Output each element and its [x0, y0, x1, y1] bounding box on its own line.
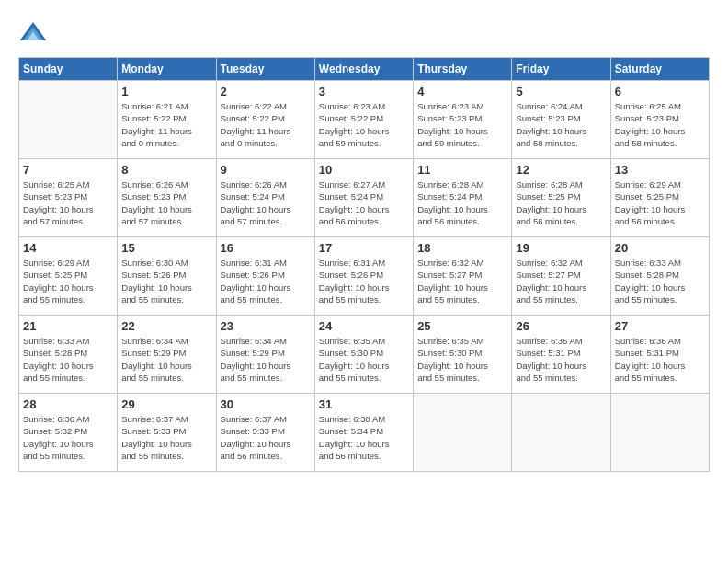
day-info: Sunrise: 6:33 AMSunset: 5:28 PMDaylight:…: [23, 335, 113, 384]
weekday-header-thursday: Thursday: [414, 58, 512, 81]
calendar-cell: 1Sunrise: 6:21 AMSunset: 5:22 PMDaylight…: [118, 81, 216, 159]
day-number: 9: [221, 163, 311, 177]
day-info: Sunrise: 6:26 AMSunset: 5:24 PMDaylight:…: [221, 178, 311, 227]
calendar-cell: 9Sunrise: 6:26 AMSunset: 5:24 PMDaylight…: [216, 159, 314, 237]
day-info: Sunrise: 6:36 AMSunset: 5:31 PMDaylight:…: [615, 335, 705, 384]
calendar-cell: 30Sunrise: 6:37 AMSunset: 5:33 PMDayligh…: [216, 394, 314, 472]
day-info: Sunrise: 6:23 AMSunset: 5:22 PMDaylight:…: [319, 100, 409, 149]
day-info: Sunrise: 6:21 AMSunset: 5:22 PMDaylight:…: [121, 100, 211, 149]
calendar-cell: 24Sunrise: 6:35 AMSunset: 5:30 PMDayligh…: [314, 316, 413, 394]
calendar-week-3: 14Sunrise: 6:29 AMSunset: 5:25 PMDayligh…: [19, 237, 710, 316]
calendar-cell: 4Sunrise: 6:23 AMSunset: 5:23 PMDaylight…: [414, 81, 512, 159]
weekday-header-wednesday: Wednesday: [314, 58, 413, 81]
day-number: 5: [516, 85, 606, 98]
day-info: Sunrise: 6:32 AMSunset: 5:27 PMDaylight:…: [516, 257, 606, 305]
day-number: 8: [121, 163, 211, 177]
calendar-cell: 10Sunrise: 6:27 AMSunset: 5:24 PMDayligh…: [314, 159, 413, 237]
day-number: 13: [615, 163, 705, 177]
day-number: 28: [23, 397, 113, 411]
day-number: 20: [615, 241, 705, 255]
day-number: 30: [221, 397, 311, 411]
calendar-week-5: 28Sunrise: 6:36 AMSunset: 5:32 PMDayligh…: [19, 394, 710, 472]
day-number: 29: [121, 397, 211, 411]
calendar-cell: 13Sunrise: 6:29 AMSunset: 5:25 PMDayligh…: [610, 159, 709, 237]
day-info: Sunrise: 6:25 AMSunset: 5:23 PMDaylight:…: [23, 178, 113, 227]
calendar-cell: 21Sunrise: 6:33 AMSunset: 5:28 PMDayligh…: [19, 316, 118, 394]
calendar-cell: [19, 81, 118, 159]
day-number: 11: [417, 163, 507, 177]
day-info: Sunrise: 6:26 AMSunset: 5:23 PMDaylight:…: [121, 178, 211, 227]
day-number: 3: [319, 85, 409, 98]
calendar-cell: 7Sunrise: 6:25 AMSunset: 5:23 PMDaylight…: [19, 159, 118, 237]
calendar-cell: 2Sunrise: 6:22 AMSunset: 5:22 PMDaylight…: [216, 81, 314, 159]
day-info: Sunrise: 6:23 AMSunset: 5:23 PMDaylight:…: [417, 100, 507, 149]
calendar-cell: 18Sunrise: 6:32 AMSunset: 5:27 PMDayligh…: [414, 237, 512, 316]
day-number: 17: [319, 241, 409, 255]
calendar-week-1: 1Sunrise: 6:21 AMSunset: 5:22 PMDaylight…: [19, 81, 710, 159]
calendar-body: 1Sunrise: 6:21 AMSunset: 5:22 PMDaylight…: [19, 81, 710, 472]
day-info: Sunrise: 6:35 AMSunset: 5:30 PMDaylight:…: [319, 335, 409, 384]
weekday-header-tuesday: Tuesday: [216, 58, 314, 81]
day-info: Sunrise: 6:32 AMSunset: 5:27 PMDaylight:…: [417, 257, 507, 305]
day-number: 6: [615, 85, 705, 98]
day-number: 21: [23, 319, 113, 333]
calendar-cell: 26Sunrise: 6:36 AMSunset: 5:31 PMDayligh…: [512, 316, 610, 394]
day-info: Sunrise: 6:29 AMSunset: 5:25 PMDaylight:…: [23, 257, 113, 305]
day-number: 26: [516, 319, 606, 333]
day-info: Sunrise: 6:31 AMSunset: 5:26 PMDaylight:…: [221, 257, 311, 305]
logo-icon: [18, 18, 48, 48]
day-info: Sunrise: 6:35 AMSunset: 5:30 PMDaylight:…: [417, 335, 507, 384]
day-info: Sunrise: 6:34 AMSunset: 5:29 PMDaylight:…: [121, 335, 211, 384]
day-number: 31: [319, 397, 409, 411]
weekday-header-row: SundayMondayTuesdayWednesdayThursdayFrid…: [19, 58, 710, 81]
day-info: Sunrise: 6:34 AMSunset: 5:29 PMDaylight:…: [221, 335, 311, 384]
day-info: Sunrise: 6:33 AMSunset: 5:28 PMDaylight:…: [615, 257, 705, 305]
day-number: 18: [417, 241, 507, 255]
calendar-cell: 19Sunrise: 6:32 AMSunset: 5:27 PMDayligh…: [512, 237, 610, 316]
calendar-cell: 14Sunrise: 6:29 AMSunset: 5:25 PMDayligh…: [19, 237, 118, 316]
day-number: 23: [221, 319, 311, 333]
day-info: Sunrise: 6:36 AMSunset: 5:31 PMDaylight:…: [516, 335, 606, 384]
day-number: 7: [23, 163, 113, 177]
calendar-cell: [414, 394, 512, 472]
day-info: Sunrise: 6:31 AMSunset: 5:26 PMDaylight:…: [319, 257, 409, 305]
calendar-cell: 17Sunrise: 6:31 AMSunset: 5:26 PMDayligh…: [314, 237, 413, 316]
calendar-cell: [512, 394, 610, 472]
day-info: Sunrise: 6:30 AMSunset: 5:26 PMDaylight:…: [121, 257, 211, 305]
day-info: Sunrise: 6:29 AMSunset: 5:25 PMDaylight:…: [615, 178, 705, 227]
weekday-header-saturday: Saturday: [610, 58, 709, 81]
calendar-cell: 20Sunrise: 6:33 AMSunset: 5:28 PMDayligh…: [610, 237, 709, 316]
calendar-cell: 27Sunrise: 6:36 AMSunset: 5:31 PMDayligh…: [610, 316, 709, 394]
calendar-cell: 29Sunrise: 6:37 AMSunset: 5:33 PMDayligh…: [118, 394, 216, 472]
day-info: Sunrise: 6:25 AMSunset: 5:23 PMDaylight:…: [615, 100, 705, 149]
calendar: SundayMondayTuesdayWednesdayThursdayFrid…: [18, 57, 710, 472]
day-number: 22: [121, 319, 211, 333]
calendar-cell: 23Sunrise: 6:34 AMSunset: 5:29 PMDayligh…: [216, 316, 314, 394]
header: [18, 18, 710, 48]
day-number: 4: [417, 85, 507, 98]
calendar-cell: 28Sunrise: 6:36 AMSunset: 5:32 PMDayligh…: [19, 394, 118, 472]
calendar-cell: 3Sunrise: 6:23 AMSunset: 5:22 PMDaylight…: [314, 81, 413, 159]
calendar-week-4: 21Sunrise: 6:33 AMSunset: 5:28 PMDayligh…: [19, 316, 710, 394]
day-number: 27: [615, 319, 705, 333]
day-number: 19: [516, 241, 606, 255]
day-number: 16: [221, 241, 311, 255]
weekday-header-sunday: Sunday: [19, 58, 118, 81]
calendar-cell: [610, 394, 709, 472]
calendar-header: SundayMondayTuesdayWednesdayThursdayFrid…: [19, 58, 710, 81]
calendar-week-2: 7Sunrise: 6:25 AMSunset: 5:23 PMDaylight…: [19, 159, 710, 237]
day-info: Sunrise: 6:37 AMSunset: 5:33 PMDaylight:…: [221, 413, 311, 462]
day-number: 2: [221, 85, 311, 98]
calendar-cell: 6Sunrise: 6:25 AMSunset: 5:23 PMDaylight…: [610, 81, 709, 159]
logo: [18, 18, 51, 48]
day-number: 12: [516, 163, 606, 177]
calendar-cell: 12Sunrise: 6:28 AMSunset: 5:25 PMDayligh…: [512, 159, 610, 237]
day-number: 10: [319, 163, 409, 177]
calendar-cell: 11Sunrise: 6:28 AMSunset: 5:24 PMDayligh…: [414, 159, 512, 237]
day-number: 14: [23, 241, 113, 255]
day-number: 15: [121, 241, 211, 255]
day-info: Sunrise: 6:22 AMSunset: 5:22 PMDaylight:…: [221, 100, 311, 149]
day-number: 24: [319, 319, 409, 333]
weekday-header-friday: Friday: [512, 58, 610, 81]
day-info: Sunrise: 6:28 AMSunset: 5:25 PMDaylight:…: [516, 178, 606, 227]
